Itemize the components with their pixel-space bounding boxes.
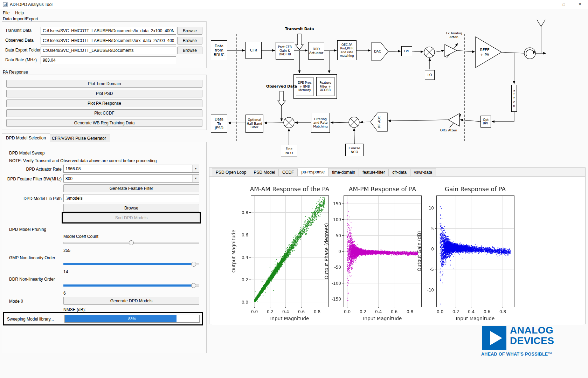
nmse-label: NMSE (dB): xyxy=(63,307,86,312)
sweep-annotation-box: Sweeping Model library... 83% xyxy=(3,312,203,325)
ddr-order-label: DDR Non-linearity Order xyxy=(9,277,55,282)
coeff-count-value: 255 xyxy=(63,248,70,253)
model-lib-path-input[interactable] xyxy=(63,194,199,202)
diagram-block-cfr: CFR xyxy=(245,42,262,59)
generate-wb-reg-training-data-button[interactable]: Generate WB Reg Training Data xyxy=(6,119,202,127)
diagram-block-optbpf: Opt BPF xyxy=(480,116,491,128)
chevron-down-icon[interactable]: ▼ xyxy=(192,165,199,172)
logo-wordmark: ANALOG DEVICES xyxy=(510,325,554,346)
diagram-block-finenco: Fine NCO xyxy=(281,145,297,157)
plot-tab-psd-open-loop[interactable]: PSD Open Loop xyxy=(212,169,250,176)
diagram-annotation-transmit: Transmit Data xyxy=(283,27,316,31)
diagram-annotation-observed: Observed Data xyxy=(264,84,299,88)
plot-tab-bar: PSD Open LoopPSD ModelCCDFpa-responsetim… xyxy=(209,168,585,177)
model-coeff-slider[interactable] xyxy=(63,240,199,245)
plot-tab-ccdf[interactable]: CCDF xyxy=(279,169,298,176)
logo-line2: DEVICES xyxy=(510,336,554,346)
signal-chain-diagram: DACRFFE+ PARF ADCData from BDUCCFRPost C… xyxy=(209,15,588,162)
actuator-rate-value: 1966.08 xyxy=(64,165,192,172)
plot-tab-cfr-data[interactable]: cfr-data xyxy=(389,169,410,176)
svg-text:RFFE: RFFE xyxy=(480,48,489,52)
diagram-annotation-tx_atten: Tx Analog Atten xyxy=(441,32,466,39)
chevron-down-icon[interactable]: ▼ xyxy=(192,175,199,182)
coeff-count-label: Model Coeff Count xyxy=(63,234,98,239)
plot-ccdf-button[interactable]: Plot CCDF xyxy=(6,109,202,117)
plot-psd-button[interactable]: Plot PSD xyxy=(6,90,202,97)
plot-tab-psd-model[interactable]: PSD Model xyxy=(250,169,279,176)
transmit-data-browse-button[interactable]: Browse xyxy=(177,27,202,35)
titlebar: ADI-DPD Analysis Tool — □ ✕ xyxy=(0,0,588,9)
model-lib-browse-button[interactable]: Browse xyxy=(63,204,199,212)
progress-percent-text: 83% xyxy=(65,315,199,322)
diagram-block-qec: QEC,PA Prot,PFIR and rate matching xyxy=(337,40,357,60)
data-export-folder-label: Data Export Folder xyxy=(5,48,41,53)
slider-fill xyxy=(63,263,194,265)
plots-panel: PSD Open LoopPSD ModelCCDFpa-responsetim… xyxy=(209,167,586,324)
logo-tagline: AHEAD OF WHAT'S POSSIBLE™ xyxy=(481,352,552,357)
mode-label: Mode 0 xyxy=(9,299,23,304)
sort-models-annotation-box: Sort DPD Models xyxy=(62,212,201,224)
analog-devices-logo: ANALOG DEVICES AHEAD OF WHAT'S POSSIBLE™ xyxy=(480,325,586,358)
close-button[interactable]: ✕ xyxy=(572,0,588,9)
plot-tab-time-domain[interactable]: time-domain xyxy=(328,169,359,176)
pa-response-charts xyxy=(212,178,583,325)
data-rate-label: Data Rate (MHz) xyxy=(5,57,37,62)
observed-data-label: Observed Data xyxy=(5,38,34,43)
diagram-block-dpdact: DPD Actuator xyxy=(308,42,324,60)
generate-feature-filter-button[interactable]: Generate Feature Filter xyxy=(63,184,199,192)
window-title: ADI-DPD Analysis Tool xyxy=(10,2,53,7)
data-export-folder-input[interactable] xyxy=(41,47,176,54)
slider-thumb[interactable] xyxy=(191,262,196,267)
data-import-group: Transmit Data Browse Observed Data Brows… xyxy=(2,21,207,68)
plot-tab-vswr-data[interactable]: vswr-data xyxy=(410,169,436,176)
feature-bw-label: DPD Feature Filter BW(MHz) xyxy=(6,177,62,181)
observed-data-browse-button[interactable]: Browse xyxy=(177,37,202,44)
diagram-block-filtering: Filtering and Rate Matching xyxy=(311,113,330,133)
transmit-data-input[interactable] xyxy=(41,27,176,35)
menu-file[interactable]: File xyxy=(0,10,12,16)
feature-bw-combobox[interactable]: 800 ▼ xyxy=(63,174,199,183)
gmp-order-slider[interactable] xyxy=(63,262,199,267)
plot-tab-pa-response[interactable]: pa-response xyxy=(298,167,328,176)
diagram-block-halfband: Optional Half Band Filter xyxy=(245,115,263,133)
pa-response-group-label: PA Response xyxy=(3,70,28,75)
dpd-model-selection-panel: DPD Model Sweep NOTE: Verify Transmit an… xyxy=(2,142,207,353)
dpd-model-sweep-label: DPD Model Sweep xyxy=(9,151,44,156)
pa-response-group: Plot Time Domain Plot PSD Plot PA Respon… xyxy=(2,75,207,130)
diagram-block-lo: LO xyxy=(425,70,435,80)
data-export-folder-browse-button[interactable]: Browse xyxy=(177,47,202,54)
gmp-order-value: 14 xyxy=(63,269,68,274)
adi-logo-mark xyxy=(482,326,506,350)
diagram-block-lpf: LPF xyxy=(401,46,412,56)
diagram-block-coarsenco: Coarse NCO xyxy=(345,144,364,156)
model-pruning-label: DPD Model Pruning xyxy=(9,227,46,232)
plot-time-domain-button[interactable]: Plot Time Domain xyxy=(6,80,202,88)
data-import-group-label: Data Import/Export xyxy=(3,16,38,21)
model-lib-path-label: DPD Model Lib Path xyxy=(6,196,62,201)
data-rate-input[interactable] xyxy=(41,56,176,64)
maximize-button[interactable]: □ xyxy=(556,0,572,9)
diagram-block-jesd: Data To JESD xyxy=(211,115,227,133)
tab-cfr-vswr-pulse-generator[interactable]: CFR/VSWR Pulse Generator xyxy=(48,135,110,142)
sort-dpd-models-button[interactable]: Sort DPD Models xyxy=(63,213,200,222)
app-icon xyxy=(3,2,8,7)
menu-help[interactable]: Help xyxy=(12,10,27,16)
diagram-block-postcfr: Post CFR Gain & DPD HB xyxy=(276,42,294,60)
plot-tab-feature-filter[interactable]: feature-filter xyxy=(359,169,389,176)
svg-text:DAC: DAC xyxy=(374,49,381,53)
minimize-button[interactable]: — xyxy=(540,0,556,9)
diagram-block-ffx: Feature Filter + XCORR xyxy=(316,77,334,96)
slider-thumb[interactable] xyxy=(191,283,196,288)
actuator-rate-combobox[interactable]: 1966.08 ▼ xyxy=(63,165,199,173)
plot-pa-response-button[interactable]: Plot PA Response xyxy=(6,99,202,107)
feature-bw-value: 800 xyxy=(64,175,192,182)
logo-line1: ANALOG xyxy=(510,325,554,336)
tab-dpd-model-selection[interactable]: DPD Model Selection xyxy=(2,133,50,142)
ddr-order-slider[interactable] xyxy=(63,283,199,288)
generate-dpd-models-button[interactable]: Generate DPD Models xyxy=(63,297,199,305)
actuator-rate-label: DPD Actuator Rate xyxy=(6,167,62,172)
slider-thumb[interactable] xyxy=(129,240,134,245)
sweep-progress-bar: 83% xyxy=(64,315,200,323)
verify-note: NOTE: Verify Transmit and Observed data … xyxy=(9,158,157,163)
observed-data-input[interactable] xyxy=(41,37,176,44)
